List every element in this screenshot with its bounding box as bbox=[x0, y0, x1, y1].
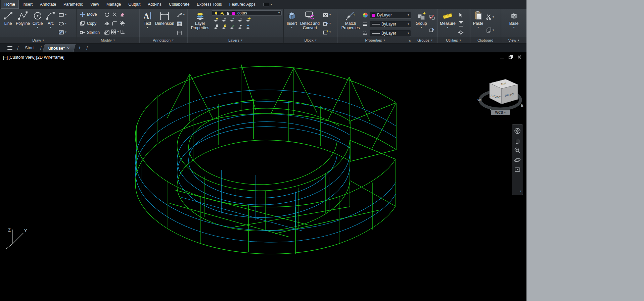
menu-button[interactable] bbox=[5, 44, 15, 52]
compass-west-label[interactable]: W bbox=[477, 98, 481, 102]
copy-button[interactable]: Copy bbox=[79, 20, 101, 27]
layer-walk-button[interactable] bbox=[245, 24, 251, 30]
hatch-button[interactable]: ▾ bbox=[58, 29, 67, 36]
ribbon-tab-annotate[interactable]: Annotate bbox=[36, 0, 60, 9]
panel-title-groups[interactable]: Groups ▾ bbox=[413, 37, 437, 43]
offset-button[interactable] bbox=[119, 29, 126, 35]
ribbon-tab-featured-apps[interactable]: Featured Apps bbox=[226, 0, 259, 9]
dimension-button[interactable]: Dimension bbox=[154, 10, 175, 26]
move-button[interactable]: Move bbox=[79, 11, 101, 18]
panel-title-view[interactable]: View ▾ bbox=[501, 37, 526, 43]
viewport-restore-button[interactable] bbox=[508, 55, 513, 59]
orbit-button[interactable] bbox=[513, 156, 521, 164]
panel-title-modify[interactable]: Modify ▾ bbox=[77, 37, 139, 43]
layer-on-button[interactable] bbox=[245, 17, 251, 23]
table-button[interactable] bbox=[176, 20, 185, 27]
mirror-button[interactable] bbox=[103, 20, 110, 27]
lineweight-dropdown[interactable]: ByLayer ▾ bbox=[370, 21, 411, 28]
quick-calculator-button[interactable] bbox=[457, 20, 464, 27]
measure-button[interactable]: Measure ▾ bbox=[439, 10, 456, 29]
navigation-wheel-button[interactable] bbox=[513, 127, 521, 135]
circle-button[interactable]: Circle ▾ bbox=[32, 10, 44, 29]
layer-previous-button[interactable] bbox=[237, 24, 243, 30]
ribbon-display-options-button[interactable]: ▾ bbox=[263, 0, 272, 9]
ribbon-tab-view[interactable]: View bbox=[87, 0, 103, 9]
dimension-style-button[interactable] bbox=[176, 29, 185, 36]
navbar-more-icon[interactable]: ▾ bbox=[520, 190, 523, 193]
fillet-button[interactable] bbox=[111, 20, 118, 27]
ribbon-tab-output[interactable]: Output bbox=[125, 0, 144, 9]
layer-properties-button[interactable]: Layer Properties bbox=[189, 10, 211, 31]
array-button[interactable]: ▾ bbox=[110, 29, 120, 35]
viewport-close-button[interactable] bbox=[517, 55, 522, 59]
base-button[interactable]: Base ▾ bbox=[508, 10, 520, 29]
group-edit-button[interactable] bbox=[428, 27, 435, 33]
tab-start[interactable]: Start bbox=[20, 44, 38, 52]
panel-title-layers[interactable]: Layers ▾ bbox=[187, 37, 283, 43]
new-tab-button[interactable]: + bbox=[75, 45, 84, 51]
ribbon-tab-home[interactable]: Home bbox=[1, 0, 19, 9]
cut-button[interactable]: ▾ bbox=[485, 14, 495, 20]
id-point-button[interactable] bbox=[457, 29, 464, 36]
layer-dropdown[interactable]: cotas ▾ bbox=[212, 10, 282, 16]
ucs-icon[interactable]: Z Y bbox=[3, 220, 33, 251]
ungroup-button[interactable] bbox=[428, 14, 435, 20]
viewport-view-control[interactable]: [Custom View] bbox=[8, 55, 36, 60]
quick-select-button[interactable] bbox=[457, 12, 464, 18]
leader-button[interactable]: ▾ bbox=[176, 12, 185, 18]
edit-attributes-button[interactable]: ▾ bbox=[322, 20, 331, 27]
viewport-visual-style-control[interactable]: [2D Wireframe] bbox=[36, 55, 65, 60]
define-attributes-button[interactable]: ▾ bbox=[322, 12, 331, 18]
ribbon-tab-parametric[interactable]: Parametric bbox=[60, 0, 87, 9]
layer-lock-button[interactable] bbox=[213, 24, 219, 30]
show-motion-button[interactable] bbox=[513, 166, 521, 174]
properties-dialog-launcher[interactable]: ↘ bbox=[408, 39, 411, 42]
block-editor-button[interactable]: ▾ bbox=[322, 29, 331, 36]
layer-isolate-button[interactable] bbox=[213, 17, 219, 23]
text-button[interactable]: A Text ▾ bbox=[141, 10, 153, 29]
arc-button[interactable]: Arc ▾ bbox=[45, 10, 57, 29]
drawing-viewport[interactable]: [−] [Custom View] [2D Wireframe] W S E T… bbox=[0, 52, 526, 301]
group-button[interactable]: Group ▾ bbox=[415, 10, 427, 29]
polyline-button[interactable]: Polyline bbox=[15, 10, 31, 26]
copy-clip-button[interactable]: ▾ bbox=[485, 27, 495, 33]
panel-title-clipboard[interactable]: Clipboard bbox=[470, 37, 501, 43]
layer-unisolate-button[interactable] bbox=[221, 17, 227, 23]
layer-off-button[interactable] bbox=[237, 17, 243, 23]
panel-title-draw[interactable]: Draw ▾ bbox=[0, 37, 76, 43]
layer-unlock-button[interactable] bbox=[221, 24, 227, 30]
insert-button[interactable]: Insert ▾ bbox=[286, 10, 298, 29]
viewport-minimize-button[interactable] bbox=[500, 55, 504, 59]
ribbon-tab-collaborate[interactable]: Collaborate bbox=[165, 0, 193, 9]
tab-uhouse[interactable]: uhouse* × bbox=[42, 44, 76, 52]
ribbon-tab-express-tools[interactable]: Express Tools bbox=[193, 0, 225, 9]
match-properties-button[interactable]: Match Properties bbox=[339, 10, 362, 31]
pan-button[interactable] bbox=[513, 137, 521, 145]
explode-button[interactable] bbox=[119, 20, 126, 27]
panel-title-utilities[interactable]: Utilities ▾ bbox=[437, 37, 470, 43]
panel-title-properties[interactable]: Properties ▾ ↘ bbox=[337, 37, 413, 43]
viewport-menu-control[interactable]: [−] bbox=[3, 55, 8, 60]
detect-and-convert-button[interactable]: Detect and Convert bbox=[299, 10, 321, 31]
compass-east-label[interactable]: E bbox=[521, 103, 523, 107]
ribbon-tab-insert[interactable]: Insert bbox=[19, 0, 36, 9]
ribbon-tab-manage[interactable]: Manage bbox=[103, 0, 125, 9]
line-button[interactable]: Line bbox=[2, 10, 14, 26]
scale-button[interactable] bbox=[103, 29, 110, 35]
wcs-dropdown[interactable]: WCS ▾ bbox=[491, 110, 510, 115]
ellipse-button[interactable]: ▾ bbox=[58, 20, 67, 27]
panel-title-annotation[interactable]: Annotation ▾ bbox=[139, 37, 187, 43]
rectangle-button[interactable]: ▾ bbox=[58, 12, 67, 18]
rotate-button[interactable] bbox=[103, 11, 110, 18]
close-tab-icon[interactable]: × bbox=[67, 46, 70, 51]
erase-button[interactable] bbox=[119, 11, 126, 18]
panel-title-block[interactable]: Block ▾ bbox=[284, 37, 337, 43]
linetype-dropdown[interactable]: ByLayer ▾ bbox=[370, 30, 411, 37]
zoom-button[interactable] bbox=[513, 146, 521, 154]
trim-button[interactable] bbox=[111, 11, 118, 18]
color-dropdown[interactable]: ByLayer ▾ bbox=[370, 12, 411, 19]
paste-button[interactable]: Paste ▾ bbox=[472, 10, 484, 29]
stretch-button[interactable]: Stretch bbox=[79, 29, 101, 36]
layer-match-button[interactable] bbox=[229, 24, 235, 30]
ribbon-tab-addins[interactable]: Add-ins bbox=[144, 0, 165, 9]
